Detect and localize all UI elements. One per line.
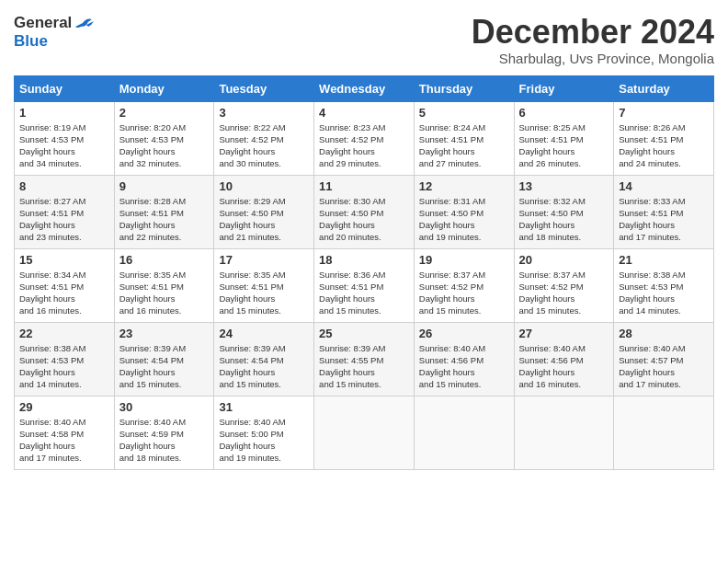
day-number: 24 bbox=[219, 327, 309, 340]
day-info: Sunrise: 8:20 AMSunset: 4:53 PMDaylight … bbox=[119, 121, 210, 170]
calendar-cell bbox=[614, 396, 714, 469]
day-info: Sunrise: 8:31 AMSunset: 4:50 PMDaylight … bbox=[419, 195, 509, 244]
day-info: Sunrise: 8:24 AMSunset: 4:51 PMDaylight … bbox=[419, 121, 509, 170]
day-info: Sunrise: 8:39 AMSunset: 4:54 PMDaylight … bbox=[219, 342, 309, 391]
location-title: Sharbulag, Uvs Province, Mongolia bbox=[472, 51, 714, 66]
calendar-cell bbox=[514, 396, 614, 469]
day-info: Sunrise: 8:35 AMSunset: 4:51 PMDaylight … bbox=[219, 269, 309, 317]
calendar-cell: 13Sunrise: 8:32 AMSunset: 4:50 PMDayligh… bbox=[514, 175, 614, 248]
day-info: Sunrise: 8:36 AMSunset: 4:51 PMDaylight … bbox=[319, 269, 409, 317]
week-row-3: 15Sunrise: 8:34 AMSunset: 4:51 PMDayligh… bbox=[15, 248, 714, 322]
calendar-cell: 7Sunrise: 8:26 AMSunset: 4:51 PMDaylight… bbox=[614, 101, 714, 175]
calendar-table: SundayMondayTuesdayWednesdayThursdayFrid… bbox=[14, 75, 714, 470]
day-info: Sunrise: 8:40 AMSunset: 4:57 PMDaylight … bbox=[619, 342, 709, 391]
week-row-4: 22Sunrise: 8:38 AMSunset: 4:53 PMDayligh… bbox=[15, 322, 714, 396]
calendar-cell: 1Sunrise: 8:19 AMSunset: 4:53 PMDaylight… bbox=[15, 101, 115, 175]
day-number: 5 bbox=[419, 106, 509, 120]
day-number: 22 bbox=[19, 327, 109, 340]
calendar-cell: 10Sunrise: 8:29 AMSunset: 4:50 PMDayligh… bbox=[214, 175, 314, 248]
day-info: Sunrise: 8:19 AMSunset: 4:53 PMDaylight … bbox=[19, 121, 109, 170]
calendar-cell: 12Sunrise: 8:31 AMSunset: 4:50 PMDayligh… bbox=[414, 175, 514, 248]
day-info: Sunrise: 8:37 AMSunset: 4:52 PMDaylight … bbox=[519, 269, 609, 317]
day-info: Sunrise: 8:39 AMSunset: 4:55 PMDaylight … bbox=[319, 342, 409, 391]
calendar-cell: 31Sunrise: 8:40 AMSunset: 5:00 PMDayligh… bbox=[214, 396, 314, 469]
calendar-cell: 27Sunrise: 8:40 AMSunset: 4:56 PMDayligh… bbox=[514, 322, 614, 396]
day-info: Sunrise: 8:40 AMSunset: 4:56 PMDaylight … bbox=[519, 342, 609, 391]
day-number: 6 bbox=[519, 106, 609, 120]
day-number: 2 bbox=[119, 106, 210, 120]
day-number: 11 bbox=[319, 179, 409, 193]
day-info: Sunrise: 8:40 AMSunset: 4:56 PMDaylight … bbox=[419, 342, 509, 391]
day-header-saturday: Saturday bbox=[614, 75, 714, 101]
calendar-cell bbox=[414, 396, 514, 469]
calendar-cell: 19Sunrise: 8:37 AMSunset: 4:52 PMDayligh… bbox=[414, 248, 514, 322]
calendar-cell: 3Sunrise: 8:22 AMSunset: 4:52 PMDaylight… bbox=[214, 101, 314, 175]
day-number: 26 bbox=[419, 327, 509, 340]
day-number: 4 bbox=[319, 106, 409, 120]
day-number: 19 bbox=[419, 253, 509, 267]
calendar-cell: 23Sunrise: 8:39 AMSunset: 4:54 PMDayligh… bbox=[114, 322, 214, 396]
day-info: Sunrise: 8:38 AMSunset: 4:53 PMDaylight … bbox=[19, 342, 109, 391]
logo: General Blue bbox=[14, 14, 94, 51]
day-info: Sunrise: 8:32 AMSunset: 4:50 PMDaylight … bbox=[519, 195, 609, 244]
day-info: Sunrise: 8:23 AMSunset: 4:52 PMDaylight … bbox=[319, 121, 409, 170]
day-number: 29 bbox=[19, 400, 109, 414]
calendar-cell: 16Sunrise: 8:35 AMSunset: 4:51 PMDayligh… bbox=[114, 248, 214, 322]
calendar-cell: 29Sunrise: 8:40 AMSunset: 4:58 PMDayligh… bbox=[15, 396, 115, 469]
day-info: Sunrise: 8:22 AMSunset: 4:52 PMDaylight … bbox=[219, 121, 309, 170]
day-number: 8 bbox=[19, 179, 109, 193]
logo-blue-text: Blue bbox=[14, 32, 94, 51]
day-number: 9 bbox=[119, 179, 210, 193]
month-title: December 2024 bbox=[472, 14, 714, 51]
calendar-cell: 22Sunrise: 8:38 AMSunset: 4:53 PMDayligh… bbox=[15, 322, 115, 396]
calendar-cell: 18Sunrise: 8:36 AMSunset: 4:51 PMDayligh… bbox=[314, 248, 415, 322]
week-row-1: 1Sunrise: 8:19 AMSunset: 4:53 PMDaylight… bbox=[15, 101, 714, 175]
day-info: Sunrise: 8:37 AMSunset: 4:52 PMDaylight … bbox=[419, 269, 509, 317]
day-info: Sunrise: 8:35 AMSunset: 4:51 PMDaylight … bbox=[119, 269, 210, 317]
calendar-cell: 24Sunrise: 8:39 AMSunset: 4:54 PMDayligh… bbox=[214, 322, 314, 396]
day-number: 16 bbox=[119, 253, 210, 267]
day-number: 14 bbox=[619, 179, 709, 193]
day-number: 1 bbox=[19, 106, 109, 120]
day-info: Sunrise: 8:25 AMSunset: 4:51 PMDaylight … bbox=[519, 121, 609, 170]
day-number: 20 bbox=[519, 253, 609, 267]
day-number: 17 bbox=[219, 253, 309, 267]
calendar-cell: 30Sunrise: 8:40 AMSunset: 4:59 PMDayligh… bbox=[114, 396, 214, 469]
day-number: 3 bbox=[219, 106, 309, 120]
calendar-cell: 4Sunrise: 8:23 AMSunset: 4:52 PMDaylight… bbox=[314, 101, 415, 175]
logo-bird-icon bbox=[74, 16, 94, 30]
page-header: General Blue December 2024 Sharbulag, Uv… bbox=[14, 14, 714, 66]
calendar-cell: 6Sunrise: 8:25 AMSunset: 4:51 PMDaylight… bbox=[514, 101, 614, 175]
day-number: 28 bbox=[619, 327, 709, 340]
day-number: 13 bbox=[519, 179, 609, 193]
calendar-cell: 11Sunrise: 8:30 AMSunset: 4:50 PMDayligh… bbox=[314, 175, 415, 248]
day-info: Sunrise: 8:40 AMSunset: 4:59 PMDaylight … bbox=[119, 416, 210, 465]
day-number: 12 bbox=[419, 179, 509, 193]
calendar-cell: 15Sunrise: 8:34 AMSunset: 4:51 PMDayligh… bbox=[15, 248, 115, 322]
calendar-cell: 5Sunrise: 8:24 AMSunset: 4:51 PMDaylight… bbox=[414, 101, 514, 175]
day-header-thursday: Thursday bbox=[414, 75, 514, 101]
calendar-cell: 28Sunrise: 8:40 AMSunset: 4:57 PMDayligh… bbox=[614, 322, 714, 396]
day-info: Sunrise: 8:38 AMSunset: 4:53 PMDaylight … bbox=[619, 269, 709, 317]
week-row-2: 8Sunrise: 8:27 AMSunset: 4:51 PMDaylight… bbox=[15, 175, 714, 248]
calendar-cell: 25Sunrise: 8:39 AMSunset: 4:55 PMDayligh… bbox=[314, 322, 415, 396]
day-header-monday: Monday bbox=[114, 75, 214, 101]
day-info: Sunrise: 8:29 AMSunset: 4:50 PMDaylight … bbox=[219, 195, 309, 244]
calendar-cell: 17Sunrise: 8:35 AMSunset: 4:51 PMDayligh… bbox=[214, 248, 314, 322]
day-number: 18 bbox=[319, 253, 409, 267]
calendar-cell: 14Sunrise: 8:33 AMSunset: 4:51 PMDayligh… bbox=[614, 175, 714, 248]
calendar-cell: 26Sunrise: 8:40 AMSunset: 4:56 PMDayligh… bbox=[414, 322, 514, 396]
calendar-cell: 21Sunrise: 8:38 AMSunset: 4:53 PMDayligh… bbox=[614, 248, 714, 322]
day-info: Sunrise: 8:33 AMSunset: 4:51 PMDaylight … bbox=[619, 195, 709, 244]
day-number: 10 bbox=[219, 179, 309, 193]
day-header-tuesday: Tuesday bbox=[214, 75, 314, 101]
day-number: 21 bbox=[619, 253, 709, 267]
day-info: Sunrise: 8:28 AMSunset: 4:51 PMDaylight … bbox=[119, 195, 210, 244]
day-number: 30 bbox=[119, 400, 210, 414]
calendar-cell: 8Sunrise: 8:27 AMSunset: 4:51 PMDaylight… bbox=[15, 175, 115, 248]
day-info: Sunrise: 8:34 AMSunset: 4:51 PMDaylight … bbox=[19, 269, 109, 317]
day-header-sunday: Sunday bbox=[15, 75, 115, 101]
calendar-cell: 2Sunrise: 8:20 AMSunset: 4:53 PMDaylight… bbox=[114, 101, 214, 175]
calendar-cell bbox=[314, 396, 415, 469]
day-number: 23 bbox=[119, 327, 210, 340]
